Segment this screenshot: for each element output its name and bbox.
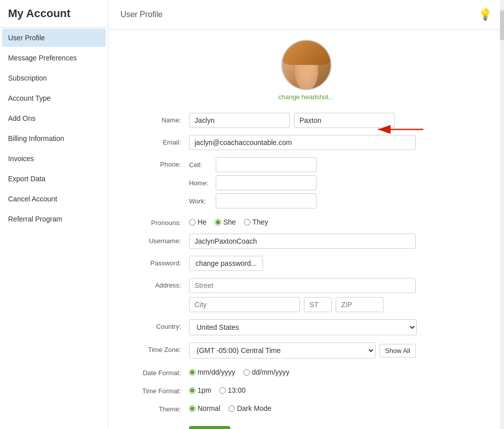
country-fields: United States Canada United Kingdom Aust… xyxy=(189,319,484,335)
sidebar-item-referral-program[interactable]: Referral Program xyxy=(0,209,108,229)
email-label: Email: xyxy=(129,135,189,146)
country-select[interactable]: United States Canada United Kingdom Aust… xyxy=(189,319,417,335)
password-row: Password: change password... xyxy=(129,256,484,271)
sidebar-item-add-ons[interactable]: Add Ons xyxy=(0,108,108,128)
time-format-24h-label[interactable]: 13:00 xyxy=(219,386,245,394)
date-format-dmy-label[interactable]: dd/mm/yyyy xyxy=(243,368,290,376)
timezone-fields: (GMT -05:00) Central Time (GMT -08:00) P… xyxy=(189,342,484,359)
sidebar-item-subscription[interactable]: Subscription xyxy=(0,68,108,88)
sidebar-item-user-profile[interactable]: User Profile xyxy=(2,29,106,47)
address-label: Address: xyxy=(129,278,189,289)
pronoun-they-label[interactable]: They xyxy=(244,218,268,226)
name-row: Name: xyxy=(129,113,484,128)
theme-group: Normal Dark Mode xyxy=(189,402,272,412)
theme-dark-label[interactable]: Dark Mode xyxy=(228,404,271,412)
form-section: Name: Email: Phone: xyxy=(129,113,484,429)
country-row: Country: United States Canada United Kin… xyxy=(129,319,484,335)
avatar-section: change headshot... xyxy=(129,40,484,101)
username-row: Username: xyxy=(129,234,484,249)
pronoun-he-radio[interactable] xyxy=(189,219,196,226)
home-phone-input[interactable] xyxy=(216,175,317,190)
time-format-12h-label[interactable]: 1pm xyxy=(189,386,211,394)
phone-home-row: Home: xyxy=(189,175,317,190)
bulb-icon: 💡 xyxy=(478,8,492,21)
email-fields xyxy=(189,135,484,150)
work-phone-input[interactable] xyxy=(216,193,317,208)
theme-label: Theme: xyxy=(129,402,189,413)
theme-row: Theme: Normal Dark Mode xyxy=(129,402,484,413)
state-input[interactable] xyxy=(304,297,332,312)
last-name-input[interactable] xyxy=(294,113,395,128)
phone-cell-row: Cell: xyxy=(189,157,317,172)
phone-work-row: Work: xyxy=(189,193,317,208)
app-title: My Account xyxy=(0,0,108,28)
password-fields: change password... xyxy=(189,256,484,271)
theme-normal-radio[interactable] xyxy=(189,405,196,412)
timezone-select[interactable]: (GMT -05:00) Central Time (GMT -08:00) P… xyxy=(189,342,375,359)
content-area: change headshot... Name: Email: xyxy=(108,30,504,429)
save-button[interactable]: Save xyxy=(189,426,230,429)
zip-input[interactable] xyxy=(336,297,384,312)
name-fields xyxy=(189,113,484,128)
phone-group: Cell: Home: Work: xyxy=(189,157,317,208)
address-row: Address: xyxy=(129,278,484,312)
cell-label: Cell: xyxy=(189,161,212,169)
sidebar: My Account User Profile Message Preferen… xyxy=(0,0,108,429)
date-format-group: mm/dd/yyyy dd/mm/yyyy xyxy=(189,366,289,376)
pronouns-group: He She They xyxy=(189,216,268,226)
sidebar-item-invoices[interactable]: Invoices xyxy=(0,149,108,169)
time-format-12h-radio[interactable] xyxy=(189,387,196,394)
sidebar-item-export-data[interactable]: Export Data xyxy=(0,169,108,189)
country-label: Country: xyxy=(129,319,189,330)
pronoun-she-radio[interactable] xyxy=(215,219,221,226)
work-label: Work: xyxy=(189,197,212,205)
avatar-face xyxy=(282,40,331,90)
time-format-label: Time Format: xyxy=(129,384,189,395)
theme-normal-label[interactable]: Normal xyxy=(189,404,220,412)
main-wrapper: User Profile 💡 change headshot... Name: xyxy=(108,0,504,429)
username-input[interactable] xyxy=(189,234,416,249)
first-name-input[interactable] xyxy=(189,113,290,128)
scrollbar[interactable] xyxy=(500,0,504,429)
main-content: User Profile 💡 change headshot... Name: xyxy=(108,0,504,429)
pronoun-they-radio[interactable] xyxy=(244,219,250,226)
timezone-row: Time Zone: (GMT -05:00) Central Time (GM… xyxy=(129,342,484,359)
home-label: Home: xyxy=(189,179,212,187)
username-label: Username: xyxy=(129,234,189,245)
sidebar-item-billing-information[interactable]: Billing Information xyxy=(0,128,108,149)
pronoun-he-label[interactable]: He xyxy=(189,218,207,226)
scrollbar-thumb[interactable] xyxy=(500,10,504,40)
username-fields xyxy=(189,234,484,249)
pronouns-row: Pronouns: He She They xyxy=(129,216,484,227)
address-fields xyxy=(189,278,484,312)
street-input[interactable] xyxy=(189,278,416,293)
change-password-button[interactable]: change password... xyxy=(189,256,263,271)
sidebar-item-account-type[interactable]: Account Type xyxy=(0,88,108,108)
date-format-label: Date Format: xyxy=(129,366,189,377)
time-format-row: Time Format: 1pm 13:00 xyxy=(129,384,484,395)
show-all-button[interactable]: Show All xyxy=(380,344,416,358)
timezone-label: Time Zone: xyxy=(129,342,189,353)
change-headshot-link[interactable]: change headshot... xyxy=(278,93,334,101)
time-format-group: 1pm 13:00 xyxy=(189,384,245,394)
date-format-mdy-label[interactable]: mm/dd/yyyy xyxy=(189,368,235,376)
date-format-dmy-radio[interactable] xyxy=(243,369,250,376)
password-label: Password: xyxy=(129,256,189,267)
pronoun-she-label[interactable]: She xyxy=(215,218,236,226)
time-format-24h-radio[interactable] xyxy=(219,387,226,394)
pronouns-label: Pronouns: xyxy=(129,216,189,227)
sidebar-item-message-preferences[interactable]: Message Preferences xyxy=(0,48,108,68)
phone-label: Phone: xyxy=(129,157,189,168)
date-format-row: Date Format: mm/dd/yyyy dd/mm/yyyy xyxy=(129,366,484,377)
save-section: Save xyxy=(129,421,484,429)
date-format-mdy-radio[interactable] xyxy=(189,369,196,376)
page-title: User Profile xyxy=(120,10,163,19)
avatar xyxy=(281,40,332,90)
name-label: Name: xyxy=(129,113,189,124)
city-input[interactable] xyxy=(189,297,300,312)
sidebar-item-cancel-account[interactable]: Cancel Account xyxy=(0,189,108,209)
email-row: Email: xyxy=(129,135,484,150)
cell-phone-input[interactable] xyxy=(216,157,317,172)
theme-dark-radio[interactable] xyxy=(228,405,235,412)
email-input[interactable] xyxy=(189,135,416,150)
